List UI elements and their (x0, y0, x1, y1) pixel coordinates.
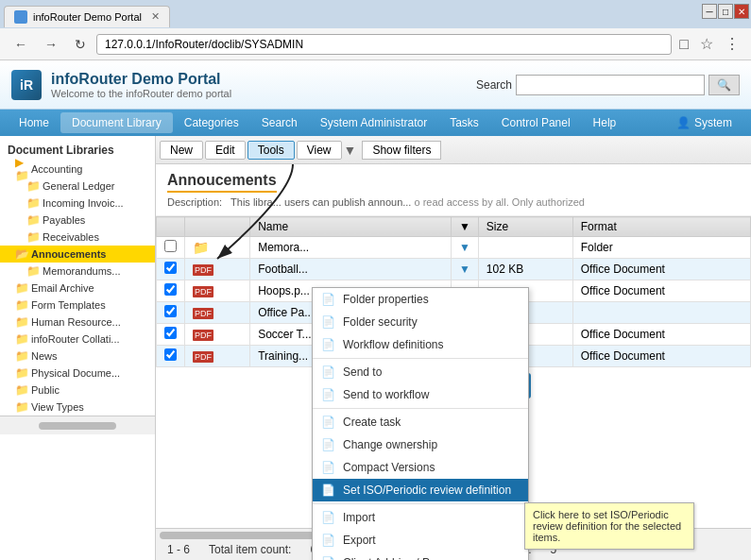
window-minimize-button[interactable]: ─ (702, 4, 717, 19)
forward-button[interactable]: → (38, 34, 64, 55)
nav-help[interactable]: Help (582, 112, 628, 133)
send-icon: 📄 (320, 365, 335, 380)
nav-search[interactable]: Search (250, 112, 309, 133)
flow2-icon: 📄 (320, 387, 335, 402)
checkbox-soccer[interactable] (164, 327, 177, 339)
row-checkbox[interactable] (157, 324, 185, 346)
menu-item-workflow-definitions[interactable]: 📄 Workflow definitions (313, 333, 528, 356)
checkbox-hoops[interactable] (164, 283, 177, 296)
row-checkbox[interactable] (157, 302, 185, 324)
address-bar[interactable] (96, 34, 672, 55)
sidebar-item-form-templates[interactable]: 📁 Form Templates (0, 297, 155, 314)
menu-item-compact-versions[interactable]: 📄 Compact Versions (313, 456, 528, 479)
menu-item-label: Create task (343, 416, 401, 429)
back-button[interactable]: ← (8, 34, 34, 55)
folder-icon: 📁 (26, 196, 40, 210)
nav-categories[interactable]: Categories (173, 112, 250, 133)
pdf-icon: PDF (193, 330, 213, 341)
doc-icon: 📄 (320, 292, 335, 307)
sidebar-item-payables[interactable]: 📁 Payables (0, 212, 155, 229)
sidebar-item-human-resources[interactable]: 📁 Human Resource... (0, 314, 155, 331)
row-checkbox[interactable] (157, 280, 185, 302)
checkbox-memora[interactable] (164, 240, 177, 252)
nav-document-library[interactable]: Document Library (60, 112, 173, 133)
bookmark-button[interactable]: ☆ (696, 33, 717, 55)
view-button[interactable]: View (297, 141, 342, 160)
row-checkbox[interactable] (157, 259, 185, 280)
sidebar-item-annoucements[interactable]: 📂 Annoucements (0, 246, 155, 263)
folder-icon: 📁 (15, 383, 28, 397)
menu-item-label: Send to (343, 365, 382, 379)
menu-item-send-to-workflow[interactable]: 📄 Send to workflow (313, 383, 528, 406)
dropdown-arrow[interactable]: ▼ (344, 143, 357, 158)
menu-item-export[interactable]: 📄 Export (313, 529, 528, 552)
col-sort-arrow[interactable]: ▼ (451, 217, 478, 237)
row-name[interactable]: Football... (250, 259, 452, 280)
nav-control-panel[interactable]: Control Panel (490, 112, 582, 133)
tools-dropdown-menu[interactable]: 📄 Folder properties 📄 Folder security 📄 … (312, 287, 529, 560)
sidebar-item-public[interactable]: 📁 Public (0, 382, 155, 399)
menu-item-folder-properties[interactable]: 📄 Folder properties (313, 288, 528, 311)
edit-button[interactable]: Edit (205, 141, 246, 160)
sidebar-item-memorandums[interactable]: 📁 Memorandums... (0, 263, 155, 280)
sidebar-item-view-types[interactable]: 📁 View Types (0, 399, 155, 416)
browser-controls: ← → ↻ □ ☆ ⋮ (0, 28, 751, 60)
content-area: Document Libraries ▶📁 Accounting 📁 Gener… (0, 136, 751, 560)
row-format: Office Document (572, 259, 750, 280)
row-checkbox[interactable] (157, 237, 185, 259)
sidebar-scrollbar[interactable] (0, 416, 155, 434)
sidebar-item-inforouter-collati[interactable]: 📁 infoRouter Collati... (0, 331, 155, 348)
tools-button[interactable]: Tools (247, 141, 295, 160)
folder-header: Annoucements Description: This libra... … (156, 164, 751, 216)
nav-home[interactable]: Home (8, 112, 60, 133)
show-filters-button[interactable]: Show filters (362, 141, 441, 160)
row-icon: PDF (185, 346, 250, 367)
sidebar-item-accounting[interactable]: ▶📁 Accounting (0, 161, 155, 178)
menu-item-change-ownership[interactable]: 📄 Change ownership (313, 433, 528, 456)
row-checkbox[interactable] (157, 346, 185, 367)
browser-tab[interactable]: infoRouter Demo Portal ✕ (4, 6, 170, 27)
menu-item-import[interactable]: 📄 Import (313, 506, 528, 529)
sidebar-item-email-archive[interactable]: 📁 Email Archive (0, 280, 155, 297)
row-name[interactable]: Memora... (250, 237, 452, 259)
checkbox-football[interactable] (164, 262, 177, 274)
nav-system[interactable]: 👤 System (665, 112, 743, 133)
sidebar-item-physical-documents[interactable]: 📁 Physical Docume... (0, 365, 155, 382)
task-icon: 📄 (320, 415, 335, 430)
checkbox-officepage[interactable] (164, 305, 177, 317)
search-button[interactable]: 🔍 (708, 75, 740, 95)
sidebar-item-incoming-invoices[interactable]: 📁 Incoming Invoic... (0, 195, 155, 212)
search-area: Search 🔍 (476, 75, 740, 95)
search-input[interactable] (516, 75, 705, 95)
sidebar-item-receivables[interactable]: 📁 Receivables (0, 229, 155, 246)
new-button[interactable]: New (160, 141, 203, 160)
window-close-button[interactable]: ✕ (734, 4, 749, 19)
menu-item-label: Import (343, 511, 375, 524)
folder-name: Annoucements (167, 172, 277, 193)
nav-system-admin[interactable]: System Administrator (309, 112, 438, 133)
col-format[interactable]: Format (572, 217, 750, 237)
col-name[interactable]: Name (250, 217, 452, 237)
menu-item-client-addins[interactable]: 📄 Client Add-ins / Programs (313, 552, 528, 560)
row-arrow[interactable]: ▼ (451, 259, 478, 280)
checkbox-training[interactable] (164, 348, 177, 361)
pdf-icon: PDF (193, 286, 213, 297)
window-maximize-button[interactable]: □ (718, 4, 733, 19)
menu-item-set-iso[interactable]: 📄 Set ISO/Periodic review definition (313, 479, 528, 501)
menu-item-folder-security[interactable]: 📄 Folder security (313, 311, 528, 333)
row-format: Office Document (572, 280, 750, 302)
reload-button[interactable]: ↻ (68, 34, 93, 55)
menu-item-send-to[interactable]: 📄 Send to (313, 361, 528, 383)
col-size[interactable]: Size (478, 217, 572, 237)
folder-open-icon: 📂 (15, 247, 28, 261)
sidebar-item-news[interactable]: 📁 News (0, 348, 155, 365)
folder-icon: 📁 (26, 213, 40, 227)
search-label: Search (476, 78, 512, 92)
nav-tasks[interactable]: Tasks (438, 112, 490, 133)
row-arrow[interactable]: ▼ (451, 237, 478, 259)
tab-close-button[interactable]: ✕ (151, 10, 160, 23)
menu-item-create-task[interactable]: 📄 Create task (313, 411, 528, 433)
menu-item-label: Compact Versions (343, 461, 435, 474)
cast-button[interactable]: □ (675, 33, 692, 55)
menu-button[interactable]: ⋮ (721, 33, 743, 55)
